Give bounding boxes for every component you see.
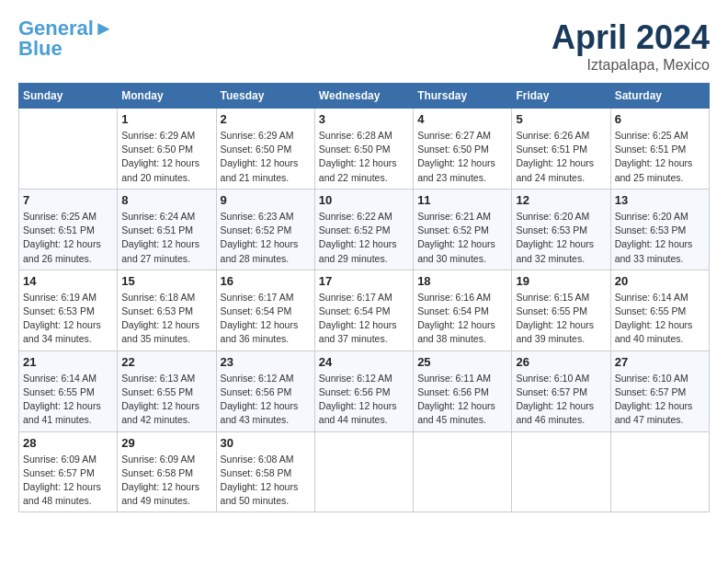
col-tuesday: Tuesday (216, 84, 314, 109)
day-number: 6 (615, 112, 705, 126)
col-wednesday: Wednesday (314, 84, 413, 109)
col-friday: Friday (512, 84, 610, 109)
table-row: 26Sunrise: 6:10 AM Sunset: 6:57 PM Dayli… (512, 350, 610, 431)
table-row: 2Sunrise: 6:29 AM Sunset: 6:50 PM Daylig… (216, 109, 314, 190)
table-row: 23Sunrise: 6:12 AM Sunset: 6:56 PM Dayli… (216, 350, 314, 431)
day-number: 9 (221, 193, 311, 207)
calendar-header-row: Sunday Monday Tuesday Wednesday Thursday… (19, 84, 710, 109)
header: General► Blue April 2024 Iztapalapa, Mex… (18, 18, 710, 74)
day-info: Sunrise: 6:25 AM Sunset: 6:51 PM Dayligh… (615, 129, 705, 185)
table-row: 1Sunrise: 6:29 AM Sunset: 6:50 PM Daylig… (118, 109, 216, 190)
day-number: 30 (221, 436, 311, 450)
day-number: 29 (121, 436, 211, 450)
day-info: Sunrise: 6:26 AM Sunset: 6:51 PM Dayligh… (516, 129, 606, 185)
logo-blue: ► (94, 17, 114, 40)
table-row: 22Sunrise: 6:13 AM Sunset: 6:55 PM Dayli… (118, 350, 216, 431)
day-number: 4 (417, 112, 507, 126)
calendar-week-row: 1Sunrise: 6:29 AM Sunset: 6:50 PM Daylig… (19, 109, 710, 190)
table-row: 29Sunrise: 6:09 AM Sunset: 6:58 PM Dayli… (118, 431, 216, 512)
day-number: 21 (23, 355, 113, 369)
day-info: Sunrise: 6:12 AM Sunset: 6:56 PM Dayligh… (319, 372, 409, 428)
table-row: 6Sunrise: 6:25 AM Sunset: 6:51 PM Daylig… (610, 109, 709, 190)
table-row: 15Sunrise: 6:18 AM Sunset: 6:53 PM Dayli… (118, 270, 216, 350)
calendar-table: Sunday Monday Tuesday Wednesday Thursday… (18, 83, 710, 512)
day-info: Sunrise: 6:20 AM Sunset: 6:53 PM Dayligh… (615, 210, 705, 266)
day-number: 14 (23, 274, 113, 288)
day-info: Sunrise: 6:14 AM Sunset: 6:55 PM Dayligh… (23, 372, 113, 428)
table-row: 30Sunrise: 6:08 AM Sunset: 6:58 PM Dayli… (216, 431, 314, 512)
table-row: 4Sunrise: 6:27 AM Sunset: 6:50 PM Daylig… (414, 109, 512, 190)
calendar-week-row: 7Sunrise: 6:25 AM Sunset: 6:51 PM Daylig… (19, 189, 710, 270)
day-number: 12 (516, 193, 606, 207)
day-number: 2 (221, 112, 311, 126)
calendar-week-row: 14Sunrise: 6:19 AM Sunset: 6:53 PM Dayli… (19, 270, 710, 350)
table-row: 24Sunrise: 6:12 AM Sunset: 6:56 PM Dayli… (314, 350, 413, 431)
logo: General► Blue (18, 18, 114, 59)
logo-blue-text: Blue (18, 37, 63, 60)
day-info: Sunrise: 6:11 AM Sunset: 6:56 PM Dayligh… (417, 372, 507, 428)
day-info: Sunrise: 6:29 AM Sunset: 6:50 PM Dayligh… (221, 129, 311, 185)
col-monday: Monday (118, 84, 216, 109)
day-info: Sunrise: 6:09 AM Sunset: 6:58 PM Dayligh… (121, 453, 211, 509)
day-info: Sunrise: 6:19 AM Sunset: 6:53 PM Dayligh… (23, 291, 113, 347)
table-row: 19Sunrise: 6:15 AM Sunset: 6:55 PM Dayli… (512, 270, 610, 350)
col-saturday: Saturday (610, 84, 709, 109)
day-number: 3 (319, 112, 409, 126)
title-area: April 2024 Iztapalapa, Mexico (552, 18, 710, 74)
day-number: 22 (121, 355, 211, 369)
table-row: 17Sunrise: 6:17 AM Sunset: 6:54 PM Dayli… (314, 270, 413, 350)
col-sunday: Sunday (19, 84, 118, 109)
day-number: 27 (615, 355, 705, 369)
table-row: 7Sunrise: 6:25 AM Sunset: 6:51 PM Daylig… (19, 189, 118, 270)
day-number: 19 (516, 274, 606, 288)
month-title: April 2024 (552, 18, 710, 57)
table-row: 18Sunrise: 6:16 AM Sunset: 6:54 PM Dayli… (414, 270, 512, 350)
table-row: 9Sunrise: 6:23 AM Sunset: 6:52 PM Daylig… (216, 189, 314, 270)
table-row: 8Sunrise: 6:24 AM Sunset: 6:51 PM Daylig… (118, 189, 216, 270)
table-row: 27Sunrise: 6:10 AM Sunset: 6:57 PM Dayli… (610, 350, 709, 431)
table-row (610, 431, 709, 512)
day-number: 15 (121, 274, 211, 288)
table-row: 20Sunrise: 6:14 AM Sunset: 6:55 PM Dayli… (610, 270, 709, 350)
day-info: Sunrise: 6:10 AM Sunset: 6:57 PM Dayligh… (615, 372, 705, 428)
logo-text: General► Blue (18, 18, 114, 59)
table-row: 12Sunrise: 6:20 AM Sunset: 6:53 PM Dayli… (512, 189, 610, 270)
day-number: 24 (319, 355, 409, 369)
col-thursday: Thursday (414, 84, 512, 109)
table-row (512, 431, 610, 512)
day-info: Sunrise: 6:13 AM Sunset: 6:55 PM Dayligh… (121, 372, 211, 428)
day-info: Sunrise: 6:27 AM Sunset: 6:50 PM Dayligh… (417, 129, 507, 185)
day-number: 23 (221, 355, 311, 369)
day-info: Sunrise: 6:17 AM Sunset: 6:54 PM Dayligh… (319, 291, 409, 347)
day-info: Sunrise: 6:20 AM Sunset: 6:53 PM Dayligh… (516, 210, 606, 266)
table-row: 5Sunrise: 6:26 AM Sunset: 6:51 PM Daylig… (512, 109, 610, 190)
day-number: 8 (121, 193, 211, 207)
day-info: Sunrise: 6:18 AM Sunset: 6:53 PM Dayligh… (121, 291, 211, 347)
day-info: Sunrise: 6:12 AM Sunset: 6:56 PM Dayligh… (221, 372, 311, 428)
table-row: 21Sunrise: 6:14 AM Sunset: 6:55 PM Dayli… (19, 350, 118, 431)
day-info: Sunrise: 6:22 AM Sunset: 6:52 PM Dayligh… (319, 210, 409, 266)
day-info: Sunrise: 6:29 AM Sunset: 6:50 PM Dayligh… (121, 129, 211, 185)
day-number: 20 (615, 274, 705, 288)
calendar-week-row: 21Sunrise: 6:14 AM Sunset: 6:55 PM Dayli… (19, 350, 710, 431)
table-row: 25Sunrise: 6:11 AM Sunset: 6:56 PM Dayli… (414, 350, 512, 431)
day-info: Sunrise: 6:23 AM Sunset: 6:52 PM Dayligh… (221, 210, 311, 266)
location-title: Iztapalapa, Mexico (552, 57, 710, 74)
day-number: 28 (23, 436, 113, 450)
day-info: Sunrise: 6:10 AM Sunset: 6:57 PM Dayligh… (516, 372, 606, 428)
day-info: Sunrise: 6:16 AM Sunset: 6:54 PM Dayligh… (417, 291, 507, 347)
day-number: 1 (121, 112, 211, 126)
table-row: 28Sunrise: 6:09 AM Sunset: 6:57 PM Dayli… (19, 431, 118, 512)
day-number: 26 (516, 355, 606, 369)
day-info: Sunrise: 6:17 AM Sunset: 6:54 PM Dayligh… (221, 291, 311, 347)
calendar-week-row: 28Sunrise: 6:09 AM Sunset: 6:57 PM Dayli… (19, 431, 710, 512)
day-info: Sunrise: 6:25 AM Sunset: 6:51 PM Dayligh… (23, 210, 113, 266)
table-row: 16Sunrise: 6:17 AM Sunset: 6:54 PM Dayli… (216, 270, 314, 350)
day-number: 18 (417, 274, 507, 288)
table-row: 10Sunrise: 6:22 AM Sunset: 6:52 PM Dayli… (314, 189, 413, 270)
day-info: Sunrise: 6:28 AM Sunset: 6:50 PM Dayligh… (319, 129, 409, 185)
day-number: 25 (417, 355, 507, 369)
day-number: 7 (23, 193, 113, 207)
day-info: Sunrise: 6:08 AM Sunset: 6:58 PM Dayligh… (221, 453, 311, 509)
day-number: 16 (221, 274, 311, 288)
